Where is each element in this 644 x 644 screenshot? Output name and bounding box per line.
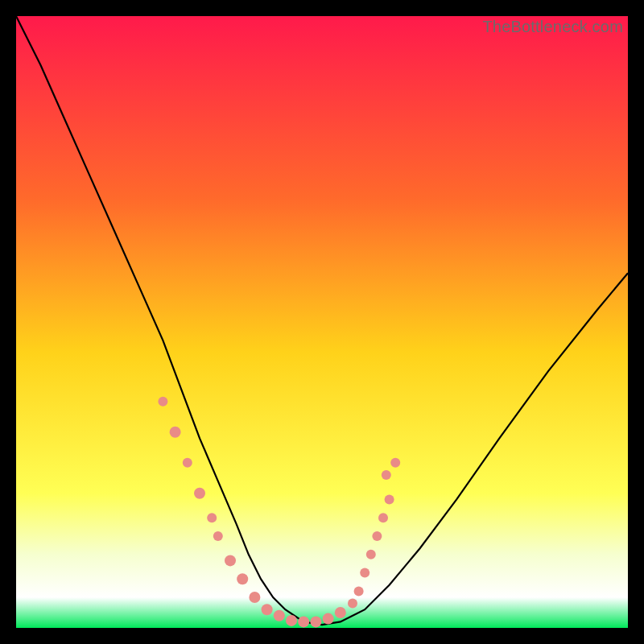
bottleneck-chart bbox=[16, 16, 628, 628]
marker-point bbox=[372, 531, 382, 541]
marker-point bbox=[207, 513, 217, 522]
marker-point bbox=[382, 470, 391, 480]
gradient-background bbox=[16, 16, 628, 628]
marker-point bbox=[262, 604, 273, 615]
marker-point bbox=[335, 607, 346, 618]
marker-point bbox=[390, 458, 400, 468]
marker-point bbox=[274, 610, 285, 621]
marker-point bbox=[378, 513, 388, 522]
marker-point bbox=[170, 427, 181, 438]
marker-point bbox=[385, 494, 394, 504]
marker-point bbox=[213, 531, 223, 541]
marker-point bbox=[360, 568, 369, 578]
marker-point bbox=[225, 555, 236, 566]
marker-point bbox=[237, 573, 248, 584]
marker-point bbox=[298, 616, 309, 627]
marker-point bbox=[249, 592, 260, 603]
marker-point bbox=[183, 458, 192, 468]
marker-point bbox=[348, 599, 357, 609]
marker-point bbox=[286, 615, 297, 626]
marker-point bbox=[323, 613, 334, 625]
chart-frame: TheBottleneck.com bbox=[16, 16, 628, 628]
watermark-text: TheBottleneck.com bbox=[482, 18, 623, 36]
marker-point bbox=[354, 586, 364, 596]
marker-point bbox=[194, 488, 205, 499]
marker-point bbox=[366, 550, 376, 559]
marker-point bbox=[310, 616, 321, 627]
marker-point bbox=[158, 397, 167, 407]
